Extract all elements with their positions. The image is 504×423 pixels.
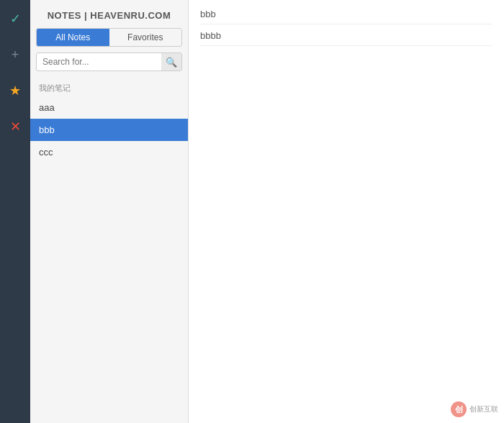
content-line-1: bbb [200, 9, 492, 24]
star-icon[interactable]: ★ [4, 79, 27, 102]
search-input[interactable] [37, 53, 161, 70]
tab-favorites[interactable]: Favorites [109, 29, 182, 46]
search-bar: 🔍 [36, 53, 182, 71]
watermark: 创 创新互联 [451, 401, 498, 417]
note-item-bbb[interactable]: bbb [30, 119, 188, 141]
notes-panel: NOTES | HEAVENRU.COM All Notes Favorites… [30, 0, 189, 423]
tab-all-notes[interactable]: All Notes [37, 29, 109, 46]
plus-icon[interactable]: + [4, 43, 27, 66]
checkmark-icon[interactable]: ✓ [4, 7, 27, 30]
note-item-aaa[interactable]: aaa [30, 96, 188, 119]
search-button[interactable]: 🔍 [161, 53, 181, 70]
content-line-2: bbbb [200, 30, 492, 46]
section-label: 我的笔记 [30, 77, 188, 96]
close-icon[interactable]: ✕ [4, 115, 27, 138]
tab-bar: All Notes Favorites [36, 28, 182, 47]
note-item-ccc[interactable]: ccc [30, 141, 188, 163]
app-title: NOTES | HEAVENRU.COM [30, 0, 188, 28]
notes-list: 我的笔记 aaa bbb ccc [30, 77, 188, 423]
content-area: bbb bbbb [189, 0, 504, 423]
watermark-text: 创新互联 [469, 404, 498, 414]
watermark-icon: 创 [451, 401, 467, 417]
sidebar: ✓ + ★ ✕ [0, 0, 30, 423]
